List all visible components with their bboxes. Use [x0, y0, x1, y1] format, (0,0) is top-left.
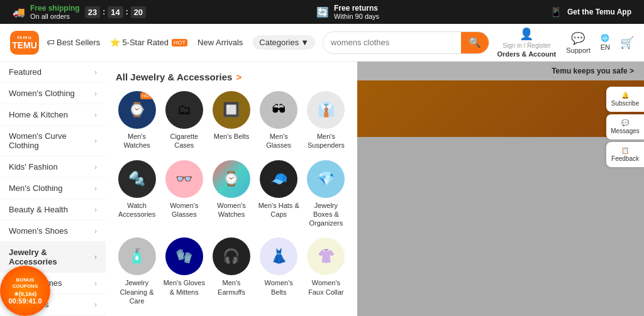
timer-minutes: 14	[108, 6, 123, 18]
bonus-timer: 00:59:41.0	[8, 297, 42, 305]
header: temu TEMU 🏷 Best Sellers ⭐ 5-Star Rated …	[0, 24, 644, 62]
free-shipping-text: Free shipping	[30, 4, 80, 13]
cat-mens-clothing[interactable]: Men's Clothing ›	[0, 178, 106, 199]
user-icon: 👤	[519, 27, 533, 41]
chevron-icon: ›	[94, 136, 97, 145]
timer-seconds: 20	[131, 6, 146, 18]
nav-categories[interactable]: Categories ▼	[253, 35, 315, 50]
bonus-coupons-badge[interactable]: BONUS COUPONS ★(9,164) 00:59:41.0	[0, 266, 50, 316]
product-womens-glasses[interactable]: 👓 Women's Glasses	[163, 160, 205, 228]
free-shipping-subtext: On all orders	[30, 13, 80, 20]
nav-new-arrivals[interactable]: New Arrivals	[197, 38, 243, 47]
timer-hours: 23	[85, 6, 100, 18]
language-selector[interactable]: 🌐 EN	[601, 34, 610, 51]
panel-title: All Jewelry & Accessories >	[116, 72, 347, 82]
cat-featured[interactable]: Featured ›	[0, 62, 106, 83]
chevron-icon: ›	[94, 227, 97, 236]
search-input[interactable]	[323, 38, 461, 47]
free-returns-text: Free returns	[334, 4, 379, 13]
chevron-icon: ›	[94, 68, 97, 77]
product-jewelry-cleaning[interactable]: 🧴 Jewelry Cleaning & Care	[116, 237, 158, 305]
product-watch-accessories[interactable]: 🔩 Watch Accessories	[116, 160, 158, 228]
chevron-icon: ›	[94, 300, 97, 309]
chevron-icon: ›	[94, 279, 97, 288]
cat-kids-fashion[interactable]: Kids' Fashion ›	[0, 156, 106, 178]
panel-title-chevron: >	[236, 72, 242, 82]
bonus-label: BONUS	[16, 277, 35, 283]
product-mens-suspenders[interactable]: 👔 Men's Suspenders	[305, 91, 347, 150]
hot-badge: HOT	[172, 39, 187, 46]
truck-icon: 🚚	[13, 6, 25, 18]
product-mens-gloves[interactable]: 🧤 Men's Gloves & Mittens	[163, 237, 205, 305]
cat-womens-shoes[interactable]: Women's Shoes ›	[0, 221, 106, 242]
sign-in-button[interactable]: 👤 Sign in / Register Orders & Account	[497, 27, 556, 58]
header-actions: 👤 Sign in / Register Orders & Account 💬 …	[497, 27, 634, 58]
nav-links: 🏷 Best Sellers ⭐ 5-Star Rated HOT New Ar…	[47, 35, 315, 50]
chevron-icon: ›	[94, 253, 97, 261]
top-banner: 🚚 Free shipping On all orders 23 : 14 : …	[0, 0, 644, 24]
free-returns-section: 🔄 Free returns Within 90 days	[316, 4, 379, 20]
phone-icon: 📱	[550, 6, 562, 18]
chevron-icon: ›	[94, 89, 97, 98]
feedback-button[interactable]: 📋 Feedback	[606, 142, 644, 167]
cat-womens-curve[interactable]: Women's Curve Clothing ›	[0, 126, 106, 156]
temu-logo[interactable]: temu TEMU	[10, 31, 39, 55]
search-bar: 🔍	[323, 31, 489, 54]
countdown-timer: 23 : 14 : 20	[85, 6, 146, 18]
product-womens-belts[interactable]: 👗 Women's Belts	[258, 237, 300, 305]
main-area: 🛡 Safe payments Temu keeps you safe > 🎃 …	[0, 62, 644, 316]
product-grid-row1: ⌚ HOT Men's Watches 🗂 Cigarette Cases 🔲 …	[116, 91, 347, 150]
product-grid-row2: 🔩 Watch Accessories 👓 Women's Glasses ⌚ …	[116, 160, 347, 228]
product-womens-faux-collar[interactable]: 👚 Women's Faux Collar	[305, 237, 347, 305]
product-jewelry-boxes[interactable]: 💎 Jewelry Boxes & Organizers	[305, 160, 347, 228]
product-mens-watches[interactable]: ⌚ HOT Men's Watches	[116, 91, 158, 150]
product-mens-earmuffs[interactable]: 🎧 Men's Earmuffs	[210, 237, 252, 305]
support-icon: 💬	[571, 31, 585, 45]
free-shipping-section: 🚚 Free shipping On all orders 23 : 14 : …	[13, 4, 146, 20]
nav-5star-rated[interactable]: ⭐ 5-Star Rated HOT	[110, 38, 187, 47]
returns-icon: 🔄	[316, 6, 329, 18]
messages-icon: 💬	[621, 119, 629, 126]
product-cigarette-cases[interactable]: 🗂 Cigarette Cases	[163, 91, 205, 150]
products-panel: All Jewelry & Accessories > ⌚ HOT Men's …	[106, 62, 357, 316]
bonus-rating: ★(9,164)	[14, 291, 37, 297]
chevron-icon: ›	[94, 163, 97, 172]
chevron-icon: ›	[94, 184, 97, 193]
support-button[interactable]: 💬 Support	[566, 31, 591, 54]
nav-best-sellers[interactable]: 🏷 Best Sellers	[47, 38, 100, 47]
cart-icon: 🛒	[620, 36, 634, 50]
free-returns-subtext: Within 90 days	[334, 13, 379, 20]
cat-beauty-health[interactable]: Beauty & Health ›	[0, 199, 106, 221]
product-grid-row3: 🧴 Jewelry Cleaning & Care 🧤 Men's Gloves…	[116, 237, 347, 305]
messages-button[interactable]: 💬 Messages	[606, 114, 644, 139]
product-mens-hats[interactable]: 🧢 Men's Hats & Caps	[258, 160, 300, 228]
product-mens-glasses[interactable]: 🕶 Men's Glasses	[258, 91, 300, 150]
side-actions: 🔔 Subscribe 💬 Messages 📋 Feedback	[606, 87, 644, 167]
subscribe-button[interactable]: 🔔 Subscribe	[606, 87, 644, 112]
get-app-section[interactable]: 📱 Get the Temu App	[550, 6, 631, 18]
feedback-icon: 📋	[621, 147, 629, 154]
chevron-icon: ›	[94, 205, 97, 214]
subscribe-icon: 🔔	[621, 92, 629, 99]
cart-button[interactable]: 🛒	[620, 36, 634, 50]
product-womens-watches[interactable]: ⌚ Women's Watches	[210, 160, 252, 228]
cat-home-kitchen[interactable]: Home & Kitchen ›	[0, 104, 106, 126]
get-app-text: Get the Temu App	[567, 8, 631, 16]
product-mens-belts[interactable]: 🔲 Men's Belts	[210, 91, 252, 150]
cat-womens-clothing[interactable]: Women's Clothing ›	[0, 83, 106, 104]
search-button[interactable]: 🔍	[461, 31, 489, 54]
chevron-icon: ›	[94, 111, 97, 119]
